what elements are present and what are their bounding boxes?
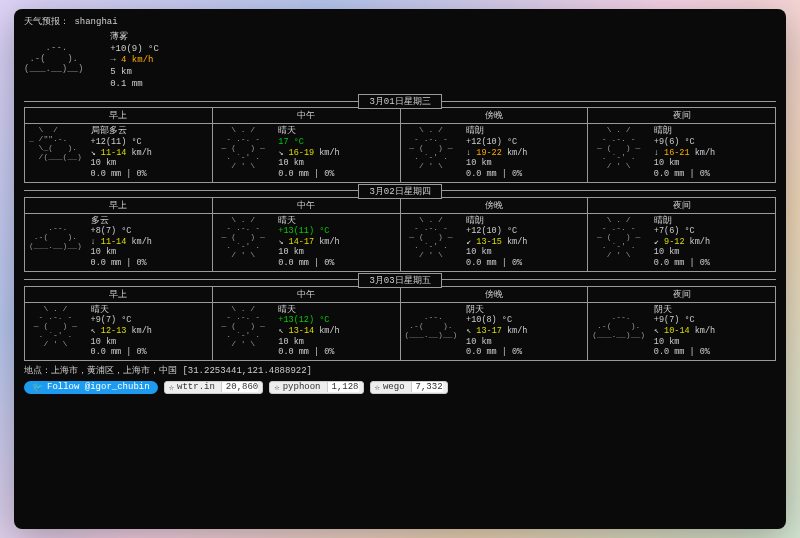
- temp: +12(10) °C: [466, 137, 527, 148]
- forecast-cell: \ . / - .-. - ― ( ) ― . `-' . / ' \ 晴天+9…: [24, 303, 212, 361]
- forecast-cell: .--. .-( ). (___.__)__)阴天+9(7) °C↖ 10-14…: [587, 303, 776, 361]
- vis: 10 km: [91, 337, 152, 348]
- cond: 阴天: [466, 305, 527, 316]
- weather-icon: .--. .-( ). (___.__)__): [592, 305, 650, 358]
- weather-icon: \ . / - .-. - ― ( ) ― . `-' . / ' \: [405, 216, 463, 269]
- temp: +9(7) °C: [654, 315, 715, 326]
- vis: 10 km: [654, 158, 715, 169]
- prec: 0.0 mm | 0%: [91, 347, 152, 358]
- day-date: 3月03日星期五: [358, 273, 441, 288]
- wind: ↖ 12-13 km/h: [91, 326, 152, 337]
- cell-info: 阴天+9(7) °C↖ 10-14 km/h10 km0.0 mm | 0%: [654, 305, 715, 358]
- cond: 晴天: [278, 126, 339, 137]
- temp: +13(12) °C: [278, 315, 339, 326]
- cond: 晴天: [91, 305, 152, 316]
- prec: 0.0 mm | 0%: [91, 169, 152, 180]
- temp: +10(8) °C: [466, 315, 527, 326]
- wind: ↘ 16-19 km/h: [278, 148, 339, 159]
- cell-info: 晴朗+9(6) °C↓ 16-21 km/h10 km0.0 mm | 0%: [654, 126, 715, 179]
- cond: 晴朗: [466, 216, 527, 227]
- wind: ↖ 13-14 km/h: [278, 326, 339, 337]
- prec: 0.0 mm | 0%: [466, 169, 527, 180]
- prec: 0.0 mm | 0%: [278, 258, 339, 269]
- cond: 阴天: [654, 305, 715, 316]
- prec: 0.0 mm | 0%: [466, 258, 527, 269]
- github-badge[interactable]: ☆wego7,332: [370, 381, 448, 394]
- badge-count: 7,332: [411, 382, 443, 392]
- vis: 10 km: [278, 158, 339, 169]
- follow-label: Follow @igor_chubin: [47, 382, 150, 392]
- prec: 0.0 mm | 0%: [278, 169, 339, 180]
- day-date: 3月02日星期四: [358, 184, 441, 199]
- vis: 10 km: [466, 337, 527, 348]
- temp: +9(6) °C: [654, 137, 715, 148]
- wind: ↙ 9-12 km/h: [654, 237, 710, 248]
- twitter-icon: 🐦: [32, 382, 43, 393]
- day-header: 3月03日星期五: [24, 273, 776, 286]
- github-badge[interactable]: ☆wttr.in20,860: [164, 381, 264, 394]
- github-badge[interactable]: ☆pyphoon1,128: [269, 381, 363, 394]
- weather-icon: \ . / - .-. - ― ( ) ― . `-' . / ' \: [405, 126, 463, 179]
- forecast-cell: .--. .-( ). (___.__)__)多云+8(7) °C↓ 11-14…: [24, 214, 212, 272]
- cell-info: 晴天+9(7) °C↖ 12-13 km/h10 km0.0 mm | 0%: [91, 305, 152, 358]
- forecast-cell: \ . / - .-. - ― ( ) ― . `-' . / ' \ 晴天+1…: [212, 303, 400, 361]
- temp: 17 °C: [278, 137, 339, 148]
- period-label: 早上: [24, 107, 212, 124]
- day-date: 3月01日星期三: [358, 94, 441, 109]
- badge-name: wttr.in: [177, 382, 215, 392]
- period-label: 傍晚: [400, 197, 588, 214]
- cell-info: 晴朗+12(10) °C↙ 13-15 km/h10 km0.0 mm | 0%: [466, 216, 527, 269]
- weather-icon: .--. .-( ). (___.__)__): [405, 305, 463, 358]
- period-label: 夜间: [587, 107, 776, 124]
- vis: 10 km: [91, 158, 152, 169]
- vis: 10 km: [466, 247, 527, 258]
- vis: 10 km: [278, 247, 339, 258]
- current-info: 薄雾 +10(9) °C → 4 km/h 5 km 0.1 mm: [110, 32, 159, 90]
- weather-icon: \ . / - .-. - ― ( ) ― . `-' . / ' \: [592, 126, 650, 179]
- wind: ↓ 11-14 km/h: [91, 237, 152, 248]
- period-label: 中午: [212, 286, 400, 303]
- current-prec: 0.1 mm: [110, 79, 159, 91]
- period-label: 傍晚: [400, 286, 588, 303]
- prec: 0.0 mm | 0%: [654, 347, 715, 358]
- badge-count: 1,128: [327, 382, 359, 392]
- cond: 局部多云: [91, 126, 152, 137]
- day-header: 3月01日星期三: [24, 94, 776, 107]
- temp: +7(6) °C: [654, 226, 710, 237]
- temp: +9(7) °C: [91, 315, 152, 326]
- temp: +12(10) °C: [466, 226, 527, 237]
- location-line: 地点：上海市，黄浦区，上海市，中国 [31.2253441,121.488892…: [24, 364, 776, 377]
- forecast-cell: \ / _ /"".-. \_( ). /(___(__) 局部多云+12(11…: [24, 124, 212, 182]
- forecast-cell: \ . / - .-. - ― ( ) ― . `-' . / ' \ 晴朗+1…: [400, 124, 588, 182]
- cell-info: 局部多云+12(11) °C↘ 11-14 km/h10 km0.0 mm | …: [91, 126, 152, 179]
- cond: 多云: [91, 216, 152, 227]
- period-label: 早上: [24, 197, 212, 214]
- current-temp: +10(9) °C: [110, 44, 159, 56]
- badge-name: wego: [383, 382, 405, 392]
- weather-icon: \ . / - .-. - ― ( ) ― . `-' . / ' \: [29, 305, 87, 358]
- wind-dir: →: [110, 55, 115, 65]
- current-wind: 4 km/h: [121, 55, 153, 65]
- weather-icon: \ . / - .-. - ― ( ) ― . `-' . / ' \: [592, 216, 650, 269]
- current-weather: .--. .-( ). (___.__)__) 薄雾 +10(9) °C → 4…: [24, 32, 776, 90]
- cond: 晴天: [278, 216, 339, 227]
- cond: 晴朗: [654, 126, 715, 137]
- star-icon: ☆: [169, 382, 174, 393]
- forecast-cell: \ . / - .-. - ― ( ) ― . `-' . / ' \ 晴朗+7…: [587, 214, 776, 272]
- wind: ↘ 11-14 km/h: [91, 148, 152, 159]
- temp: +13(11) °C: [278, 226, 339, 237]
- cond: 晴天: [278, 305, 339, 316]
- wind: ↙ 13-15 km/h: [466, 237, 527, 248]
- vis: 10 km: [654, 247, 710, 258]
- prec: 0.0 mm | 0%: [278, 347, 339, 358]
- follow-button[interactable]: 🐦 Follow @igor_chubin: [24, 381, 158, 394]
- star-icon: ☆: [274, 382, 279, 393]
- header-line: 天气预报： shanghai: [24, 15, 776, 28]
- cond: 晴朗: [654, 216, 710, 227]
- day-header: 3月02日星期四: [24, 184, 776, 197]
- forecast-cell: \ . / - .-. - ― ( ) ― . `-' . / ' \ 晴天17…: [212, 124, 400, 182]
- current-cond: 薄雾: [110, 32, 159, 44]
- period-label: 中午: [212, 197, 400, 214]
- cell-info: 晴朗+12(10) °C↓ 19-22 km/h10 km0.0 mm | 0%: [466, 126, 527, 179]
- period-label: 夜间: [587, 286, 776, 303]
